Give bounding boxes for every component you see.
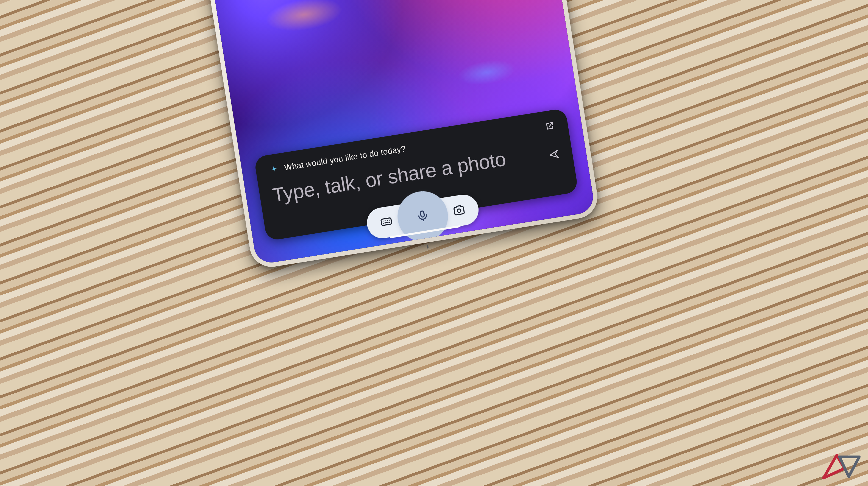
camera-button[interactable]	[448, 200, 470, 222]
svg-rect-0	[381, 218, 392, 225]
microphone-icon	[415, 208, 430, 224]
svg-point-2	[457, 209, 461, 213]
speaker-grille	[426, 245, 429, 249]
keyboard-button[interactable]	[375, 211, 397, 233]
svg-rect-1	[420, 210, 424, 217]
open-in-new-icon	[544, 121, 555, 132]
camera-icon	[452, 203, 466, 219]
keyboard-icon	[379, 215, 394, 230]
expand-button[interactable]	[542, 119, 557, 134]
sparkle-icon	[268, 164, 280, 177]
send-sparkle-icon	[548, 148, 560, 162]
send-button[interactable]	[546, 147, 562, 163]
phone-screen: What would you like to do today? Type, t…	[203, 0, 595, 265]
